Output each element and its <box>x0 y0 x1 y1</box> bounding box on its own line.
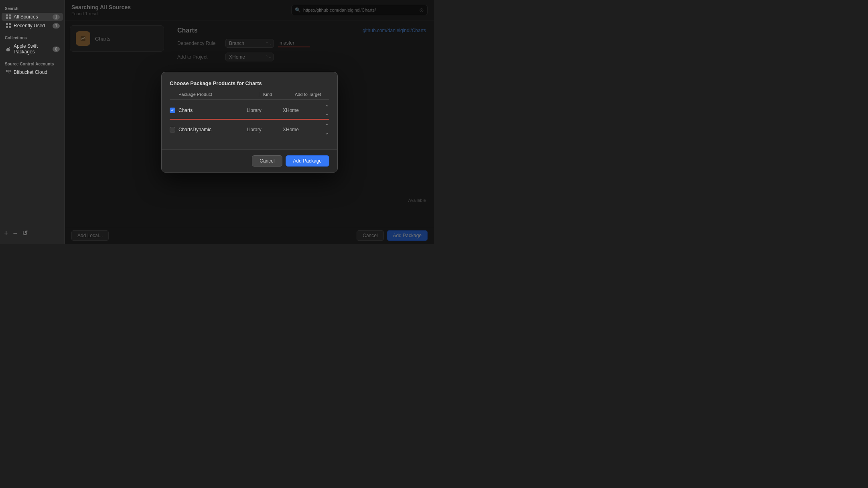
col-target-header: Add to Target <box>295 92 329 97</box>
add-button[interactable]: + <box>4 230 8 237</box>
col-product-header: Package Product <box>178 92 259 97</box>
all-sources-badge: 1 <box>53 14 60 20</box>
grid-icon <box>6 14 11 20</box>
chartsdynamic-row-target: XHome <box>283 127 324 132</box>
sidebar-item-recently-used[interactable]: Recently Used 1 <box>2 22 63 30</box>
source-control-section-label: Source Control Accounts <box>0 59 65 68</box>
table-row: ChartsDynamic Library XHome ⌃⌄ <box>170 120 329 139</box>
dialog-title: Choose Package Products for Charts <box>170 80 329 86</box>
col-kind-header: Kind <box>259 92 295 97</box>
charts-underline <box>170 119 329 120</box>
refresh-button[interactable]: ↺ <box>22 230 28 237</box>
dialog-cancel-button[interactable]: Cancel <box>252 155 282 167</box>
recently-used-label: Recently Used <box>14 23 53 28</box>
bitbucket-icon <box>6 69 11 75</box>
chartsdynamic-checkbox[interactable] <box>170 127 175 132</box>
collections-section-label: Collections <box>0 33 65 42</box>
svg-rect-1 <box>9 70 10 72</box>
apple-swift-badge: 0 <box>53 47 60 52</box>
remove-button[interactable]: − <box>13 230 18 237</box>
dialog-footer: Cancel Add Package <box>162 149 337 172</box>
dialog-overlay: Choose Package Products for Charts Packa… <box>65 0 434 244</box>
apple-icon <box>6 46 11 52</box>
charts-row-stepper[interactable]: ⌃⌄ <box>324 104 329 117</box>
sidebar-footer: + − ↺ <box>0 226 65 240</box>
dialog-body: Choose Package Products for Charts Packa… <box>162 72 337 149</box>
apple-swift-label: Apple Swift Packages <box>14 43 53 55</box>
charts-checkbox[interactable] <box>170 108 175 113</box>
chartsdynamic-row-stepper[interactable]: ⌃⌄ <box>324 123 329 136</box>
bitbucket-label: Bitbucket Cloud <box>14 69 60 75</box>
charts-row-kind: Library <box>247 108 283 113</box>
sidebar: Search All Sources 1 Recently Used 1 Col… <box>0 0 65 244</box>
dialog-add-package-button[interactable]: Add Package <box>286 155 329 167</box>
chartsdynamic-row-name: ChartsDynamic <box>178 127 247 132</box>
sidebar-item-all-sources[interactable]: All Sources 1 <box>2 13 63 21</box>
charts-row-name: Charts <box>178 108 247 113</box>
sidebar-item-apple-swift[interactable]: Apple Swift Packages 0 <box>2 42 63 56</box>
sidebar-item-bitbucket[interactable]: Bitbucket Cloud <box>2 68 63 76</box>
search-section-label: Search <box>0 4 65 12</box>
dialog: Choose Package Products for Charts Packa… <box>161 72 338 173</box>
main-content: Searching All Sources Found 1 result 🔍 ⊗… <box>65 0 434 244</box>
dialog-table-header: Package Product Kind Add to Target <box>170 92 329 100</box>
charts-row-target: XHome <box>283 108 324 113</box>
table-row: Charts Library XHome ⌃⌄ <box>170 101 329 120</box>
recently-used-icon <box>6 23 11 28</box>
chartsdynamic-row-kind: Library <box>247 127 283 132</box>
dialog-table-rows: Charts Library XHome ⌃⌄ ChartsDynamic Li… <box>170 101 329 149</box>
svg-line-2 <box>6 70 10 74</box>
recently-used-badge: 1 <box>53 23 60 28</box>
all-sources-label: All Sources <box>14 14 53 20</box>
